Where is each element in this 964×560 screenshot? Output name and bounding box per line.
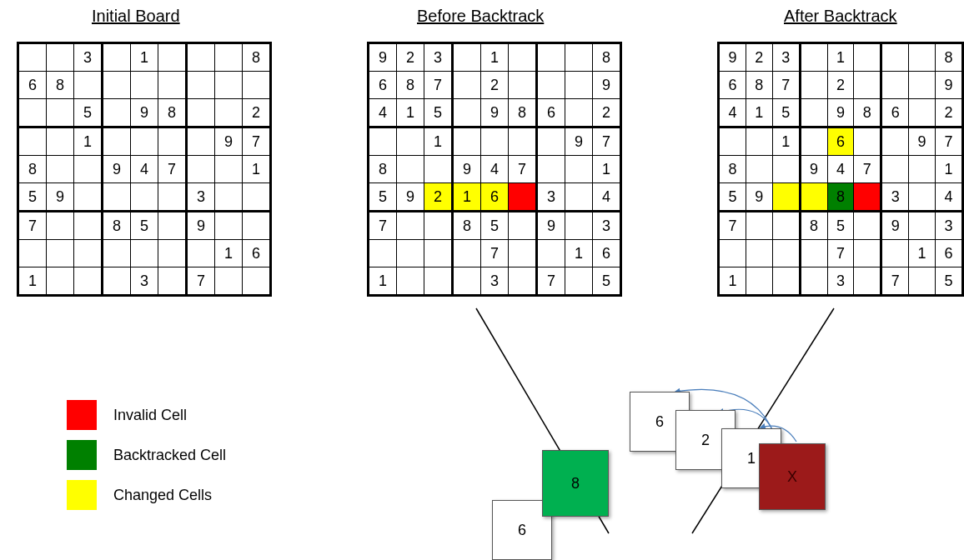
cell	[453, 72, 481, 99]
cell	[800, 183, 827, 212]
cell	[509, 240, 537, 268]
cell: 1	[772, 128, 800, 156]
cell	[453, 99, 481, 128]
cell	[453, 240, 481, 268]
cell: 4	[827, 156, 854, 183]
cell: 1	[397, 99, 424, 128]
cell: 8	[103, 212, 131, 240]
cell	[187, 240, 215, 268]
cell: 1	[243, 156, 271, 183]
cell	[854, 240, 881, 268]
cell: 7	[537, 268, 565, 296]
cell: 6	[18, 72, 47, 99]
cell: 7	[509, 156, 537, 183]
cell	[103, 128, 131, 156]
cell: 5	[593, 268, 621, 296]
cell	[565, 268, 593, 296]
cell	[47, 43, 74, 72]
cell	[47, 156, 74, 183]
cell: 6	[243, 240, 271, 268]
cell: 8	[854, 99, 881, 128]
legend-row-changed: Changed Cells	[67, 480, 226, 510]
cell	[158, 183, 187, 212]
cell: 2	[397, 43, 424, 72]
cell	[215, 99, 243, 128]
cell	[187, 43, 215, 72]
cell: 7	[854, 156, 881, 183]
cell	[187, 99, 215, 128]
cell	[397, 156, 424, 183]
cell: 7	[187, 268, 215, 296]
legend-swatch-green	[67, 440, 97, 470]
cell: 6	[369, 72, 397, 99]
cell	[772, 268, 800, 296]
cell	[453, 43, 481, 72]
cell: 4	[936, 183, 963, 212]
cell: 9	[800, 156, 827, 183]
cell: 5	[18, 183, 47, 212]
cell: 3	[187, 183, 215, 212]
cell	[854, 268, 881, 296]
cell	[565, 212, 593, 240]
cell	[74, 268, 103, 296]
cell: 8	[158, 99, 187, 128]
cell	[719, 240, 746, 268]
cell: 1	[936, 156, 963, 183]
cell	[746, 128, 772, 156]
cell: 1	[215, 240, 243, 268]
cell: 3	[74, 43, 103, 72]
cell: 6	[593, 240, 621, 268]
cell: 9	[936, 72, 963, 99]
cell: 7	[827, 240, 854, 268]
cell	[537, 156, 565, 183]
cell: 5	[131, 212, 158, 240]
cell	[453, 128, 481, 156]
cell: 5	[369, 183, 397, 212]
cell	[565, 72, 593, 99]
cell: 5	[936, 268, 963, 296]
cell: 8	[936, 43, 963, 72]
cell	[854, 128, 881, 156]
cell: 3	[424, 43, 453, 72]
cell: 3	[772, 43, 800, 72]
title-before: Before Backtrack	[417, 7, 544, 26]
cell	[800, 99, 827, 128]
cell	[800, 72, 827, 99]
cell	[746, 240, 772, 268]
cell: 8	[453, 212, 481, 240]
cell	[509, 268, 537, 296]
cell: 3	[537, 183, 565, 212]
cell	[74, 183, 103, 212]
cell	[74, 72, 103, 99]
cell	[509, 212, 537, 240]
cell	[18, 99, 47, 128]
cell	[881, 240, 909, 268]
cell	[103, 99, 131, 128]
cell	[537, 128, 565, 156]
cell	[854, 212, 881, 240]
cell	[909, 99, 936, 128]
cell: 8	[397, 72, 424, 99]
cell	[424, 240, 453, 268]
cell	[854, 183, 881, 212]
cell: 8	[719, 156, 746, 183]
cell: 9	[827, 99, 854, 128]
legend-label-backtracked: Backtracked Cell	[113, 447, 226, 464]
cell: 7	[158, 156, 187, 183]
cell: 6	[537, 99, 565, 128]
cell: 9	[719, 43, 746, 72]
cell: 5	[827, 212, 854, 240]
title-after: After Backtrack	[784, 7, 897, 26]
cell: 5	[772, 99, 800, 128]
cell	[131, 128, 158, 156]
cell: 1	[746, 99, 772, 128]
cell	[131, 183, 158, 212]
cell: 3	[481, 268, 509, 296]
legend-label-invalid: Invalid Cell	[113, 407, 187, 424]
legend-row-backtracked: Backtracked Cell	[67, 440, 226, 470]
cell	[187, 72, 215, 99]
cell: 3	[881, 183, 909, 212]
cell: 9	[537, 212, 565, 240]
legend-swatch-red	[67, 400, 97, 430]
cell: 8	[746, 72, 772, 99]
